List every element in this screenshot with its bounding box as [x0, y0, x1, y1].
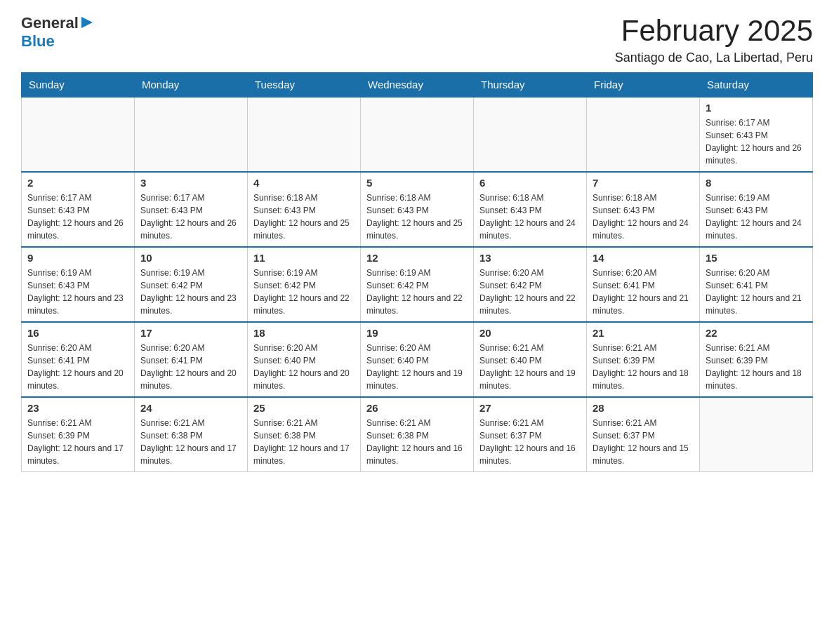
calendar-cell: 20Sunrise: 6:21 AM Sunset: 6:40 PM Dayli… [474, 322, 587, 397]
day-header-thursday: Thursday [474, 73, 587, 98]
calendar-cell: 8Sunrise: 6:19 AM Sunset: 6:43 PM Daylig… [700, 172, 813, 247]
day-number: 5 [366, 177, 468, 189]
calendar-cell: 7Sunrise: 6:18 AM Sunset: 6:43 PM Daylig… [587, 172, 700, 247]
calendar-week-4: 16Sunrise: 6:20 AM Sunset: 6:41 PM Dayli… [22, 322, 813, 397]
calendar-week-3: 9Sunrise: 6:19 AM Sunset: 6:43 PM Daylig… [22, 247, 813, 322]
day-info: Sunrise: 6:21 AM Sunset: 6:37 PM Dayligh… [479, 417, 581, 467]
calendar-cell: 15Sunrise: 6:20 AM Sunset: 6:41 PM Dayli… [700, 247, 813, 322]
day-info: Sunrise: 6:18 AM Sunset: 6:43 PM Dayligh… [366, 192, 468, 242]
day-number: 16 [27, 327, 128, 339]
calendar-cell: 25Sunrise: 6:21 AM Sunset: 6:38 PM Dayli… [248, 397, 361, 472]
title-block: February 2025 Santiago de Cao, La Libert… [615, 14, 813, 65]
day-info: Sunrise: 6:21 AM Sunset: 6:39 PM Dayligh… [27, 417, 128, 467]
page-header: General Blue February 2025 Santiago de C… [21, 14, 813, 65]
day-info: Sunrise: 6:18 AM Sunset: 6:43 PM Dayligh… [593, 192, 694, 242]
day-info: Sunrise: 6:21 AM Sunset: 6:39 PM Dayligh… [593, 342, 694, 392]
calendar-cell [22, 97, 135, 172]
calendar-cell: 19Sunrise: 6:20 AM Sunset: 6:40 PM Dayli… [361, 322, 474, 397]
svg-marker-0 [81, 17, 93, 28]
day-number: 26 [366, 402, 468, 414]
day-number: 21 [593, 327, 694, 339]
day-number: 27 [479, 402, 581, 414]
calendar-cell: 5Sunrise: 6:18 AM Sunset: 6:43 PM Daylig… [361, 172, 474, 247]
calendar-cell [248, 97, 361, 172]
day-info: Sunrise: 6:19 AM Sunset: 6:42 PM Dayligh… [366, 267, 468, 317]
calendar-week-2: 2Sunrise: 6:17 AM Sunset: 6:43 PM Daylig… [22, 172, 813, 247]
calendar-cell: 1Sunrise: 6:17 AM Sunset: 6:43 PM Daylig… [700, 97, 813, 172]
day-number: 2 [27, 177, 128, 189]
day-number: 25 [253, 402, 355, 414]
day-info: Sunrise: 6:17 AM Sunset: 6:43 PM Dayligh… [140, 192, 241, 242]
calendar-cell: 24Sunrise: 6:21 AM Sunset: 6:38 PM Dayli… [135, 397, 248, 472]
day-info: Sunrise: 6:18 AM Sunset: 6:43 PM Dayligh… [479, 192, 581, 242]
day-info: Sunrise: 6:20 AM Sunset: 6:40 PM Dayligh… [366, 342, 468, 392]
day-info: Sunrise: 6:21 AM Sunset: 6:38 PM Dayligh… [140, 417, 241, 467]
day-info: Sunrise: 6:21 AM Sunset: 6:39 PM Dayligh… [706, 342, 807, 392]
day-number: 24 [140, 402, 241, 414]
day-header-monday: Monday [135, 73, 248, 98]
day-number: 3 [140, 177, 241, 189]
calendar-cell: 28Sunrise: 6:21 AM Sunset: 6:37 PM Dayli… [587, 397, 700, 472]
day-number: 13 [479, 252, 581, 264]
day-info: Sunrise: 6:21 AM Sunset: 6:37 PM Dayligh… [593, 417, 694, 467]
day-number: 14 [593, 252, 694, 264]
day-header-sunday: Sunday [22, 73, 135, 98]
calendar-cell: 16Sunrise: 6:20 AM Sunset: 6:41 PM Dayli… [22, 322, 135, 397]
day-info: Sunrise: 6:21 AM Sunset: 6:38 PM Dayligh… [253, 417, 355, 467]
day-info: Sunrise: 6:19 AM Sunset: 6:43 PM Dayligh… [27, 267, 128, 317]
calendar-cell: 11Sunrise: 6:19 AM Sunset: 6:42 PM Dayli… [248, 247, 361, 322]
day-info: Sunrise: 6:20 AM Sunset: 6:40 PM Dayligh… [253, 342, 355, 392]
calendar-cell: 9Sunrise: 6:19 AM Sunset: 6:43 PM Daylig… [22, 247, 135, 322]
calendar-cell: 22Sunrise: 6:21 AM Sunset: 6:39 PM Dayli… [700, 322, 813, 397]
calendar-cell: 3Sunrise: 6:17 AM Sunset: 6:43 PM Daylig… [135, 172, 248, 247]
day-header-saturday: Saturday [700, 73, 813, 98]
day-header-tuesday: Tuesday [248, 73, 361, 98]
calendar-cell: 4Sunrise: 6:18 AM Sunset: 6:43 PM Daylig… [248, 172, 361, 247]
day-number: 11 [253, 252, 355, 264]
day-number: 6 [479, 177, 581, 189]
day-number: 1 [706, 102, 807, 114]
calendar-cell: 6Sunrise: 6:18 AM Sunset: 6:43 PM Daylig… [474, 172, 587, 247]
day-info: Sunrise: 6:21 AM Sunset: 6:40 PM Dayligh… [479, 342, 581, 392]
logo: General Blue [21, 14, 93, 51]
day-number: 9 [27, 252, 128, 264]
day-info: Sunrise: 6:19 AM Sunset: 6:42 PM Dayligh… [140, 267, 241, 317]
day-number: 7 [593, 177, 694, 189]
day-number: 22 [706, 327, 807, 339]
logo-blue-text: Blue [21, 32, 55, 50]
calendar-cell: 21Sunrise: 6:21 AM Sunset: 6:39 PM Dayli… [587, 322, 700, 397]
day-number: 10 [140, 252, 241, 264]
calendar-cell: 2Sunrise: 6:17 AM Sunset: 6:43 PM Daylig… [22, 172, 135, 247]
calendar-cell: 23Sunrise: 6:21 AM Sunset: 6:39 PM Dayli… [22, 397, 135, 472]
logo-arrow-icon [81, 17, 93, 31]
calendar-cell: 13Sunrise: 6:20 AM Sunset: 6:42 PM Dayli… [474, 247, 587, 322]
day-header-friday: Friday [587, 73, 700, 98]
day-number: 23 [27, 402, 128, 414]
calendar-cell: 26Sunrise: 6:21 AM Sunset: 6:38 PM Dayli… [361, 397, 474, 472]
day-info: Sunrise: 6:21 AM Sunset: 6:38 PM Dayligh… [366, 417, 468, 467]
day-number: 28 [593, 402, 694, 414]
day-info: Sunrise: 6:20 AM Sunset: 6:41 PM Dayligh… [27, 342, 128, 392]
calendar-cell [587, 97, 700, 172]
day-info: Sunrise: 6:20 AM Sunset: 6:41 PM Dayligh… [706, 267, 807, 317]
days-header-row: SundayMondayTuesdayWednesdayThursdayFrid… [22, 73, 813, 98]
day-number: 4 [253, 177, 355, 189]
calendar-cell [474, 97, 587, 172]
day-info: Sunrise: 6:17 AM Sunset: 6:43 PM Dayligh… [27, 192, 128, 242]
day-number: 19 [366, 327, 468, 339]
day-info: Sunrise: 6:20 AM Sunset: 6:41 PM Dayligh… [140, 342, 241, 392]
day-number: 8 [706, 177, 807, 189]
day-info: Sunrise: 6:17 AM Sunset: 6:43 PM Dayligh… [706, 116, 807, 167]
calendar-cell: 10Sunrise: 6:19 AM Sunset: 6:42 PM Dayli… [135, 247, 248, 322]
day-header-wednesday: Wednesday [361, 73, 474, 98]
calendar-cell: 14Sunrise: 6:20 AM Sunset: 6:41 PM Dayli… [587, 247, 700, 322]
day-info: Sunrise: 6:19 AM Sunset: 6:42 PM Dayligh… [253, 267, 355, 317]
calendar-cell: 12Sunrise: 6:19 AM Sunset: 6:42 PM Dayli… [361, 247, 474, 322]
calendar-cell: 27Sunrise: 6:21 AM Sunset: 6:37 PM Dayli… [474, 397, 587, 472]
calendar-title: February 2025 [615, 14, 813, 48]
day-info: Sunrise: 6:20 AM Sunset: 6:41 PM Dayligh… [593, 267, 694, 317]
day-info: Sunrise: 6:20 AM Sunset: 6:42 PM Dayligh… [479, 267, 581, 317]
calendar-cell: 18Sunrise: 6:20 AM Sunset: 6:40 PM Dayli… [248, 322, 361, 397]
calendar-subtitle: Santiago de Cao, La Libertad, Peru [615, 51, 813, 65]
calendar-cell: 17Sunrise: 6:20 AM Sunset: 6:41 PM Dayli… [135, 322, 248, 397]
